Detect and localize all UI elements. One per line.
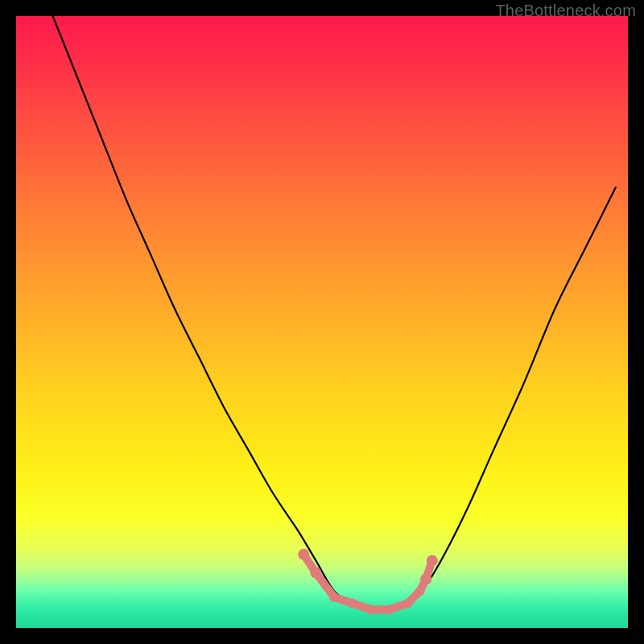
trough-bead	[310, 568, 321, 579]
trough-bead	[415, 586, 425, 596]
trough-bead-connector	[303, 555, 432, 609]
trough-bead	[329, 592, 339, 602]
plot-area	[16, 16, 628, 628]
trough-bead	[298, 549, 309, 560]
trough-bead	[420, 573, 431, 584]
bottleneck-curve	[53, 16, 616, 610]
curve-layer	[16, 16, 628, 628]
chart-frame: TheBottleneck.com	[0, 0, 644, 644]
trough-bead	[402, 599, 412, 609]
trough-bead	[366, 605, 376, 614]
trough-bead	[348, 599, 357, 609]
trough-bead	[427, 555, 438, 566]
trough-bead	[385, 605, 394, 614]
trough-beads	[298, 549, 438, 614]
